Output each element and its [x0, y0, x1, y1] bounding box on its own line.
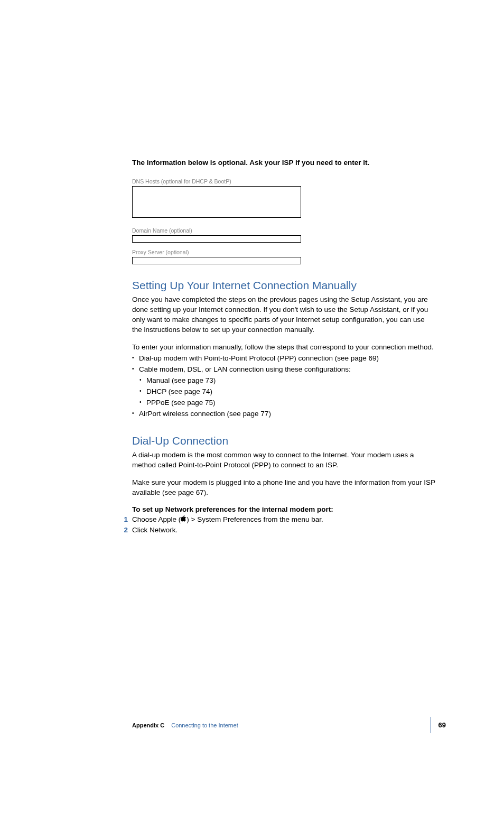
list-item: PPPoE (see page 75) [139, 398, 435, 409]
appendix-label: Appendix C [132, 722, 164, 728]
proxy-server-label: Proxy Server (optional) [132, 249, 435, 255]
network-prefs-subheading: To set up Network preferences for the in… [132, 505, 435, 513]
apple-icon [181, 515, 186, 522]
connection-methods-list: Dial-up modem with Point-to-Point Protoc… [132, 353, 435, 420]
list-item: Manual (see page 73) [139, 375, 435, 386]
optional-info-heading: The information below is optional. Ask y… [132, 159, 435, 167]
domain-name-label: Domain Name (optional) [132, 227, 435, 234]
step-text: Choose Apple () > System Preferences fro… [132, 514, 323, 525]
dialup-heading: Dial-Up Connection [132, 435, 435, 447]
step-1: 1 Choose Apple () > System Preferences f… [122, 514, 435, 525]
step-2: 2 Click Network. [122, 525, 435, 535]
page-footer: Appendix C Connecting to the Internet 69 [132, 717, 446, 733]
dns-hosts-label: DNS Hosts (optional for DHCP & BootP) [132, 178, 435, 184]
manual-setup-para1: Once you have completed the steps on the… [132, 295, 435, 335]
list-item: AirPort wireless connection (see page 77… [132, 409, 435, 420]
manual-setup-para2: To enter your information manually, foll… [132, 343, 435, 353]
list-item: Dial-up modem with Point-to-Point Protoc… [132, 353, 435, 364]
step-text: Click Network. [132, 525, 178, 535]
footer-left: Appendix C Connecting to the Internet [132, 722, 238, 728]
appendix-title: Connecting to the Internet [171, 722, 238, 728]
step-text-post: ) > System Preferences from the menu bar… [186, 515, 323, 523]
list-item: Cable modem, DSL, or LAN connection usin… [132, 364, 435, 375]
domain-name-field[interactable] [132, 235, 301, 243]
page-number: 69 [431, 717, 446, 733]
list-item: DHCP (see page 74) [139, 386, 435, 398]
nested-config-list: Manual (see page 73) DHCP (see page 74) … [139, 375, 435, 409]
dialup-para1: A dial-up modem is the most common way t… [132, 450, 435, 470]
dns-hosts-field[interactable] [132, 186, 301, 218]
dialup-para2: Make sure your modem is plugged into a p… [132, 478, 435, 498]
step-text-pre: Choose Apple ( [132, 515, 181, 523]
step-number: 2 [122, 525, 132, 535]
step-number: 1 [122, 514, 132, 525]
proxy-server-field[interactable] [132, 257, 301, 264]
manual-setup-heading: Setting Up Your Internet Connection Manu… [132, 279, 435, 292]
